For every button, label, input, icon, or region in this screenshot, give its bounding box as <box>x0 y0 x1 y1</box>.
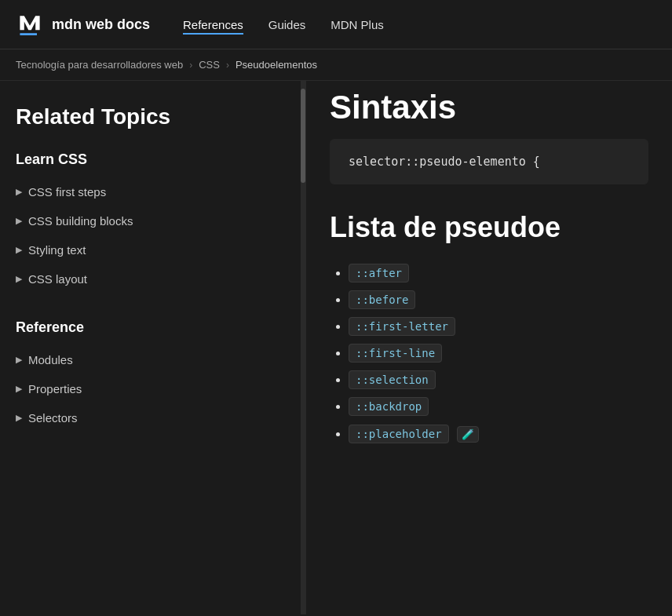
related-topics-title: Related Topics <box>0 97 305 145</box>
sidebar-item-label: CSS layout <box>28 272 87 286</box>
sidebar-item-styling-text[interactable]: ▶ Styling text <box>0 235 305 264</box>
learn-css-title: Learn CSS <box>0 145 305 177</box>
list-item: ::first-line <box>349 340 648 366</box>
mdn-logo-icon <box>16 10 44 38</box>
sidebar-divider <box>16 303 290 304</box>
sidebar-item-label: Modules <box>28 353 73 366</box>
top-nav: mdn web docs References Guides MDN Plus <box>0 0 672 49</box>
breadcrumb: Tecnología para desarrolladores web › CS… <box>0 49 672 81</box>
arrow-icon: ▶ <box>16 187 22 197</box>
list-item: ::first-letter <box>349 313 648 340</box>
sidebar-item-selectors[interactable]: ▶ Selectors <box>0 403 305 432</box>
sidebar-item-label: Selectors <box>28 411 78 425</box>
syntax-code-block: selector::pseudo-elemento { <box>330 139 648 184</box>
nav-mdn-plus[interactable]: MDN Plus <box>331 15 384 35</box>
sidebar: Related Topics Learn CSS ▶ CSS first ste… <box>0 81 306 614</box>
breadcrumb-web-tech[interactable]: Tecnología para desarrolladores web <box>16 59 183 71</box>
list-item: ::after <box>349 260 648 286</box>
breadcrumb-current: Pseudoelementos <box>236 59 317 71</box>
list-heading: Lista de pseudoe <box>330 203 648 260</box>
pseudo-link-first-line[interactable]: ::first-line <box>349 344 442 363</box>
nav-references[interactable]: References <box>183 15 243 35</box>
sidebar-item-modules[interactable]: ▶ Modules <box>0 345 305 374</box>
pseudo-link-first-letter[interactable]: ::first-letter <box>349 317 455 336</box>
pseudo-link-placeholder[interactable]: ::placeholder <box>349 425 449 443</box>
nav-links: References Guides MDN Plus <box>183 15 656 35</box>
pseudo-link-selection[interactable]: ::selection <box>349 370 436 389</box>
sidebar-item-css-building-blocks[interactable]: ▶ CSS building blocks <box>0 206 305 235</box>
code-text: selector::pseudo-elemento { <box>349 155 540 169</box>
arrow-icon: ▶ <box>16 216 22 226</box>
breadcrumb-css[interactable]: CSS <box>199 59 220 71</box>
sidebar-item-properties[interactable]: ▶ Properties <box>0 374 305 403</box>
sidebar-item-css-layout[interactable]: ▶ CSS layout <box>0 264 305 293</box>
sidebar-item-label: Styling text <box>28 243 86 257</box>
arrow-icon: ▶ <box>16 413 22 423</box>
main-layout: Related Topics Learn CSS ▶ CSS first ste… <box>0 81 672 614</box>
breadcrumb-sep-1: › <box>189 60 192 71</box>
pseudo-link-after[interactable]: ::after <box>349 264 409 282</box>
main-content: Sintaxis selector::pseudo-elemento { Lis… <box>306 81 672 614</box>
sidebar-item-label: CSS first steps <box>28 185 106 199</box>
sidebar-item-label: CSS building blocks <box>28 214 133 228</box>
sidebar-scrollbar[interactable] <box>301 81 305 614</box>
scrollbar-thumb <box>301 89 305 183</box>
list-item: ::placeholder 🧪 <box>349 420 648 449</box>
arrow-icon: ▶ <box>16 245 22 255</box>
arrow-icon: ▶ <box>16 274 22 284</box>
breadcrumb-sep-2: › <box>226 60 229 71</box>
reference-title: Reference <box>0 313 305 345</box>
list-item: ::selection <box>349 366 648 393</box>
arrow-icon: ▶ <box>16 384 22 394</box>
list-item: ::backdrop <box>349 393 648 420</box>
sintaxis-heading: Sintaxis <box>330 81 648 139</box>
sidebar-item-css-first-steps[interactable]: ▶ CSS first steps <box>0 177 305 206</box>
pseudo-link-backdrop[interactable]: ::backdrop <box>349 397 429 416</box>
arrow-icon: ▶ <box>16 355 22 365</box>
logo[interactable]: mdn web docs <box>16 10 150 38</box>
list-item: ::before <box>349 286 648 313</box>
nav-guides[interactable]: Guides <box>268 15 306 35</box>
experimental-icon: 🧪 <box>457 426 479 443</box>
sidebar-item-label: Properties <box>28 382 82 395</box>
pseudo-elements-list: ::after ::before ::first-letter ::first-… <box>330 260 648 449</box>
logo-text: mdn web docs <box>52 16 150 33</box>
pseudo-link-before[interactable]: ::before <box>349 290 415 309</box>
